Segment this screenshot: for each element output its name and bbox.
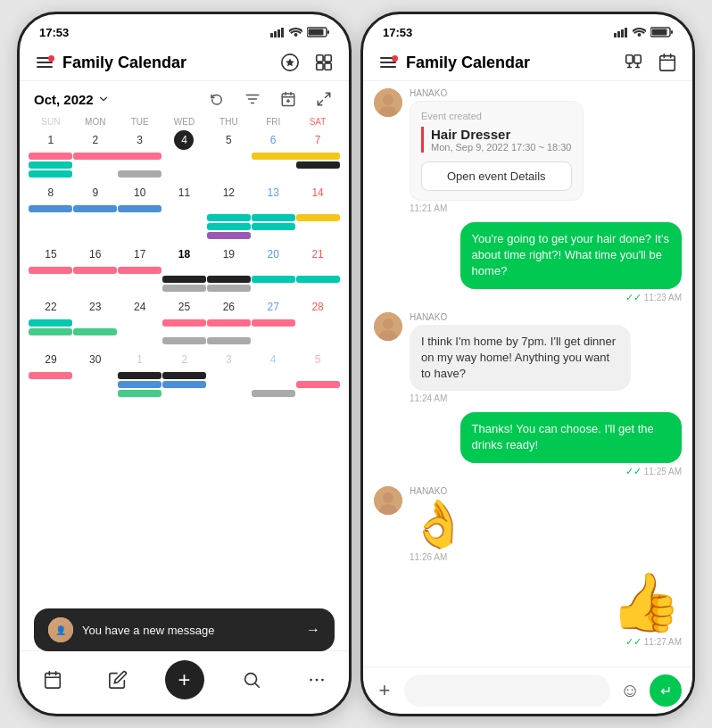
date-27[interactable]: 27: [251, 297, 295, 317]
chat-emoji-button[interactable]: ☺: [619, 680, 641, 701]
date-23[interactable]: 23: [73, 297, 118, 317]
left-status-icons: [270, 27, 329, 37]
date-8[interactable]: 8: [29, 183, 73, 203]
event-bar: [207, 205, 251, 212]
date-11[interactable]: 11: [162, 183, 207, 203]
event-bar: [162, 205, 206, 212]
event-bar: [207, 214, 251, 221]
read-check-2: ✓✓: [625, 466, 642, 477]
event-bar: [207, 161, 251, 169]
date-1[interactable]: 1: [29, 130, 73, 150]
date-nov-1[interactable]: 1: [118, 350, 162, 369]
event-bar: [118, 223, 161, 230]
event-bar: [207, 223, 251, 230]
date-19[interactable]: 19: [206, 244, 251, 264]
event-bar: [29, 276, 72, 283]
event-bar: [118, 161, 161, 169]
hanako-face-3: [374, 486, 402, 515]
date-nov-3[interactable]: 3: [206, 350, 251, 369]
left-header-right: [279, 52, 335, 73]
right-status-bar: 17:53: [363, 14, 692, 45]
event-bar: [73, 276, 117, 283]
date-26[interactable]: 26: [206, 297, 251, 317]
calendar-right-icon: [658, 53, 677, 72]
svg-rect-9: [325, 55, 331, 62]
nav-search-button[interactable]: [234, 662, 269, 698]
open-event-button[interactable]: Open event Details: [421, 161, 572, 191]
nav-add-button[interactable]: +: [165, 660, 204, 699]
event-bar: [73, 267, 117, 274]
date-30[interactable]: 30: [73, 350, 118, 369]
date-25[interactable]: 25: [162, 297, 207, 317]
date-13[interactable]: 13: [251, 183, 295, 203]
star-button[interactable]: [279, 52, 301, 73]
filter-button[interactable]: [242, 88, 263, 110]
date-7[interactable]: 7: [295, 130, 340, 150]
date-29[interactable]: 29: [29, 350, 73, 369]
avatar-image: 👤: [48, 617, 73, 642]
date-16[interactable]: 16: [73, 244, 118, 264]
right-calendar-button[interactable]: [657, 52, 678, 73]
date-12[interactable]: 12: [206, 183, 251, 203]
date-20[interactable]: 20: [251, 244, 295, 264]
sync-button[interactable]: [313, 52, 335, 73]
notification-bar[interactable]: 👤 You have a new message →: [34, 608, 335, 651]
date-28[interactable]: 28: [295, 297, 340, 317]
event-bar: [118, 232, 161, 239]
month-selector[interactable]: Oct, 2022: [34, 92, 110, 107]
date-3[interactable]: 3: [118, 130, 162, 150]
event-bar: [252, 276, 295, 283]
date-10[interactable]: 10: [118, 183, 162, 203]
date-22[interactable]: 22: [29, 297, 73, 317]
left-menu-button[interactable]: [34, 52, 55, 73]
calendar-add-button[interactable]: [277, 88, 299, 110]
chat-send-button[interactable]: ↵: [650, 674, 682, 707]
nav-calendar-button[interactable]: [35, 662, 70, 698]
date-15[interactable]: 15: [29, 244, 73, 264]
date-2[interactable]: 2: [73, 130, 118, 150]
date-17[interactable]: 17: [118, 244, 162, 264]
event-bar: [252, 372, 295, 379]
event-bar: [296, 161, 340, 169]
calendar-toolbar: Oct, 2022: [20, 81, 349, 117]
date-18[interactable]: 18: [162, 244, 207, 264]
event-bar: [252, 285, 295, 292]
left-time: 17:53: [39, 26, 69, 39]
nav-edit-button[interactable]: [100, 662, 136, 698]
date-9[interactable]: 9: [73, 183, 118, 203]
expand-icon: [316, 91, 332, 107]
right-menu-button[interactable]: [377, 52, 399, 73]
date-nov-4[interactable]: 4: [251, 350, 295, 369]
nav-more-button[interactable]: [299, 662, 335, 698]
date-nov-2[interactable]: 2: [162, 350, 207, 369]
event-bar: [118, 319, 161, 327]
expand-button[interactable]: [313, 88, 335, 110]
right-status-icons: [614, 27, 673, 37]
chat-input[interactable]: [404, 674, 610, 707]
undo-button[interactable]: [206, 88, 228, 110]
event-bar: [296, 232, 340, 239]
date-5[interactable]: 5: [206, 130, 251, 150]
date-14[interactable]: 14: [295, 183, 340, 203]
date-24[interactable]: 24: [118, 297, 162, 317]
right-share-button[interactable]: [623, 52, 644, 73]
date-21[interactable]: 21: [295, 244, 340, 264]
event-bar: [296, 319, 340, 327]
notification-text: You have a new message: [82, 624, 214, 637]
date-nov-5[interactable]: 5: [295, 350, 340, 369]
event-bar: [252, 381, 295, 388]
chevron-down-icon: [97, 93, 110, 105]
event-bar: [162, 267, 206, 274]
date-6[interactable]: 6: [251, 130, 295, 150]
svg-rect-0: [270, 33, 273, 37]
msg-time-4: ✓✓ 11:25 AM: [460, 466, 682, 477]
svg-rect-8: [317, 55, 323, 62]
date-4[interactable]: 4: [174, 130, 194, 150]
signal-icon: [270, 28, 285, 37]
chat-plus-button[interactable]: +: [374, 680, 395, 701]
time-value-6: 11:27 AM: [644, 637, 682, 647]
right-notification-dot: [392, 55, 398, 62]
svg-rect-27: [660, 56, 675, 70]
day-header-sat: SAT: [295, 117, 340, 127]
chat-message-5: HANAKO 👌 11:26 AM: [374, 486, 682, 562]
